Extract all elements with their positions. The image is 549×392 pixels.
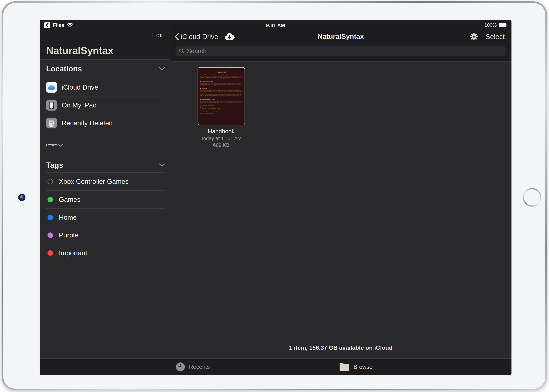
preview-intro: Welcome to Natural Syntax, within it you… [200, 74, 243, 79]
status-bar: Files 9:41 AM 100% [40, 20, 512, 30]
sidebar-app-title: NaturalSyntax [46, 44, 113, 56]
ipad-device-frame: Files 9:41 AM 100% Edit NaturalSynt [2, 1, 547, 390]
file-browser-content: Handbook Welcome to Natural Syntax, with… [170, 62, 512, 358]
home-button[interactable] [523, 188, 542, 207]
preview-section-heading: Discovery Service [200, 81, 243, 82]
file-modified-date: Today at 11:01 AM [198, 136, 245, 141]
document-preview: Handbook Welcome to Natural Syntax, with… [200, 69, 243, 114]
gear-icon[interactable] [470, 33, 478, 41]
gear-icon [200, 88, 201, 89]
icloud-drive-icon [46, 82, 57, 93]
trash-icon [46, 118, 57, 128]
select-button[interactable]: Select [485, 33, 505, 41]
sidebar-tag-xbox-controller-games[interactable]: Xbox Controller Games [46, 173, 165, 191]
sidebar-tag-important[interactable]: Important [46, 244, 165, 262]
search-placeholder: Search [187, 48, 207, 55]
preview-section-heading: Settings [200, 88, 243, 89]
sidebar-section-favorites[interactable]: Favorites [46, 132, 165, 158]
preview-rule [200, 70, 243, 70]
tag-label: Important [59, 249, 87, 257]
sidebar-item-icloud-drive[interactable]: iCloud Drive [46, 78, 165, 97]
main-pane: iCloud Drive NaturalSyntax [170, 20, 512, 358]
preview-section-heading: Lexical Color and Style Overlay [200, 107, 243, 109]
clock-icon [175, 362, 185, 372]
sidebar-divider [170, 20, 170, 358]
grid-icon [200, 107, 201, 108]
sidebar-item-on-my-ipad[interactable]: On My iPad [46, 97, 165, 114]
sidebar-item-label: Recently Deleted [62, 119, 113, 127]
app-screen: Files 9:41 AM 100% Edit NaturalSynt [40, 20, 512, 375]
tag-circle-icon [48, 250, 53, 256]
tag-label: Games [59, 196, 80, 203]
sidebar-section-tags[interactable]: Tags [46, 158, 165, 173]
sidebar-tag-games[interactable]: Games [46, 191, 165, 209]
search-icon [179, 48, 185, 54]
tab-browse[interactable]: Browse [339, 359, 372, 375]
preview-section-body: At the top right of both the file browse… [200, 90, 243, 98]
sidebar-item-recently-deleted[interactable]: Recently Deleted [46, 114, 165, 132]
preview-section-body: At the top left of the file browser, you… [200, 83, 243, 86]
tag-label: Xbox Controller Games [59, 178, 129, 185]
tag-circle-icon [48, 232, 53, 238]
cloud-icon [200, 81, 201, 82]
sidebar-section-locations[interactable]: Locations [46, 59, 165, 78]
locations-header-label: Locations [46, 64, 159, 73]
chevron-down-icon[interactable] [58, 143, 63, 147]
chevron-down-icon[interactable] [159, 67, 165, 70]
tab-recents-label: Recents [189, 364, 210, 370]
chevron-down-icon[interactable] [159, 163, 165, 167]
tag-circle-icon [48, 215, 53, 220]
tag-label: Purple [59, 231, 78, 239]
search-input[interactable]: Search [175, 46, 506, 56]
folder-title: NaturalSyntax [170, 33, 512, 40]
items-status-text: 1 item, 156.37 GB available on iCloud [170, 344, 512, 351]
edit-button[interactable]: Edit [152, 32, 163, 39]
file-size: 689 KB [198, 142, 245, 148]
tab-bar: Recents Browse [40, 358, 512, 375]
tag-circle-icon [48, 179, 53, 184]
tab-browse-label: Browse [354, 364, 372, 370]
file-item-handbook[interactable]: Handbook Welcome to Natural Syntax, with… [198, 67, 245, 148]
status-time: 9:41 AM [40, 23, 512, 28]
battery-icon [498, 23, 507, 27]
battery-percent: 100% [484, 22, 497, 28]
ipad-icon [46, 100, 57, 111]
preview-section-body: You can import your own ePub files into … [200, 101, 243, 106]
folder-icon [339, 362, 350, 371]
tags-header-label: Tags [46, 161, 159, 169]
sidebar-item-label: iCloud Drive [62, 84, 98, 91]
front-camera [18, 194, 25, 201]
file-name: Handbook [198, 128, 245, 135]
sidebar-item-label: On My iPad [62, 101, 97, 109]
sidebar-tag-purple[interactable]: Purple [46, 226, 165, 244]
navigation-bar: iCloud Drive NaturalSyntax [170, 30, 512, 43]
favorites-header-label: Favorites [46, 144, 58, 147]
ambient-light-sensor [20, 203, 24, 207]
tag-label: Home [59, 214, 77, 221]
tab-recents[interactable]: Recents [175, 359, 210, 375]
file-thumbnail[interactable]: Handbook Welcome to Natural Syntax, with… [198, 67, 245, 125]
preview-section-heading: Importing ePub Files [200, 99, 243, 100]
tag-circle-icon [48, 197, 53, 202]
sidebar: Edit NaturalSyntax Locations [40, 20, 170, 358]
sidebar-tag-home[interactable]: Home [46, 209, 165, 226]
preview-footer: Thanks for using Natural Syntax! [200, 113, 243, 114]
preview-section-body: While you're reading your book, you can … [200, 109, 243, 112]
preview-title: Handbook [200, 71, 243, 73]
import-icon [200, 99, 201, 100]
